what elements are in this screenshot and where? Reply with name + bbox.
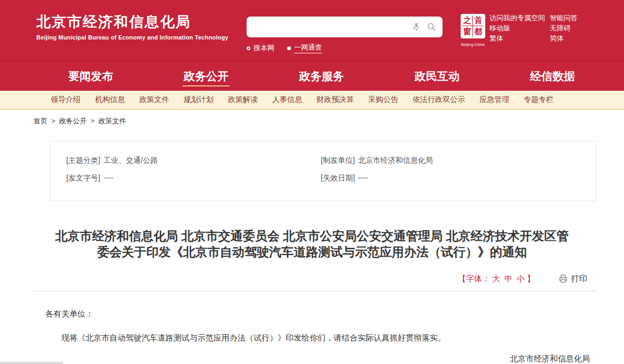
capital-window-caption: Beijing-China: [461, 43, 485, 46]
link-my-space[interactable]: 访问我的专属空间: [489, 14, 550, 21]
font-tool-prefix: 【字体：: [458, 274, 490, 284]
search-scope-row: 搜本网 一网通查: [247, 43, 322, 53]
meta-value: 工业、交通/公路: [104, 156, 158, 164]
meta-issuing-unit: [制发单位]北京市经济和信息化局: [321, 155, 596, 166]
meta-label: [制发单位]: [321, 156, 355, 164]
brand: 北京市经济和信息化局 Beijing Municipal Bureau of E…: [36, 13, 228, 41]
link-smart-qa[interactable]: 智能问答: [550, 14, 578, 21]
page: 北京市经济和信息化局 Beijing Municipal Bureau of E…: [0, 0, 624, 364]
meta-label: [主题分类]: [66, 156, 100, 164]
meta-value: ----: [104, 173, 114, 182]
site-header: 北京市经济和信息化局 Beijing Municipal Bureau of E…: [0, 0, 624, 61]
bottom-edge-fragment: [0, 362, 63, 364]
scope-label: 搜本网: [254, 43, 274, 53]
font-size-tool: 【字体： 大 中 小 】: [458, 274, 535, 284]
font-size-medium-button[interactable]: 中: [504, 274, 512, 284]
nav-item-gov-disclosure[interactable]: 政务公开: [148, 61, 264, 91]
subnav-item-dual-disclosure[interactable]: 依法行政双公示: [413, 95, 465, 105]
nav-item-public-interaction[interactable]: 政民互动: [380, 61, 495, 91]
meta-document-number: [发文字号]----: [66, 172, 321, 184]
article-paragraph: 现将《北京市自动驾驶汽车道路测试与示范应用办法（试行）》印发给你们，请结合实际认…: [45, 331, 590, 344]
sub-nav: 领导介绍 机构信息 政策文件 规划计划 政策解读 人事信息 财政预决算 采购公告…: [0, 91, 624, 110]
subnav-item-procurement[interactable]: 采购公告: [368, 95, 398, 105]
breadcrumb-separator: >: [51, 117, 56, 125]
article-tools: 【字体： 大 中 小 】 打印: [458, 273, 587, 284]
breadcrumb-current: 政策文件: [98, 117, 126, 125]
main-nav: 要闻发布 政务公开 政务服务 政民互动 经信数据: [0, 61, 624, 91]
seal-char: 首: [473, 15, 484, 26]
meta-topic-category: [主题分类]工业、交通/公路: [66, 155, 321, 166]
utility-links-col2: 智能问答 无障碍 简体: [550, 14, 578, 42]
link-accessibility[interactable]: 无障碍: [550, 25, 578, 31]
link-mobile-version[interactable]: 移动版: [489, 25, 550, 31]
nav-item-data[interactable]: 经信数据: [495, 61, 610, 91]
meta-value: 北京市经济和信息化局: [358, 156, 433, 164]
radio-icon: [287, 46, 291, 50]
font-size-small-button[interactable]: 小: [517, 274, 525, 284]
link-simplified-chinese[interactable]: 简体: [550, 35, 578, 42]
article-salutation: 各有关单位：: [45, 309, 93, 319]
seal-char: 都: [473, 26, 484, 37]
subnav-item-plans[interactable]: 规划计划: [184, 95, 214, 105]
search-icon[interactable]: [426, 22, 436, 31]
search-box: [247, 17, 443, 37]
meta-label: [失效日期]: [321, 173, 355, 182]
scope-label: 一网通查: [294, 43, 322, 53]
breadcrumb: 首页>政务公开>政策文件: [34, 116, 126, 126]
subnav-item-special-columns[interactable]: 专题专栏: [524, 95, 554, 105]
subnav-item-leadership[interactable]: 领导介绍: [51, 95, 81, 105]
subnav-item-org-info[interactable]: 机构信息: [95, 95, 125, 105]
nav-item-news[interactable]: 要闻发布: [33, 61, 148, 91]
brand-subtitle: Beijing Municipal Bureau of Economy and …: [36, 34, 228, 41]
capital-window-seal: 之首窗都: [461, 14, 485, 38]
utility-links: 访问我的专属空间 移动版 繁体 智能问答 无障碍 简体: [489, 14, 578, 42]
meta-expiry-date: [失效日期]----: [321, 172, 596, 184]
nav-item-gov-services[interactable]: 政务服务: [264, 61, 379, 91]
print-button[interactable]: 打印: [558, 274, 587, 284]
font-size-large-button[interactable]: 大: [492, 274, 500, 284]
article-title: 北京市经济和信息化局 北京市交通委员会 北京市公安局公安交通管理局 北京经济技术…: [52, 228, 572, 260]
meta-value: ----: [358, 173, 368, 182]
subnav-item-personnel[interactable]: 人事信息: [272, 95, 302, 105]
seal-char: 窗: [462, 26, 473, 37]
microphone-icon[interactable]: [412, 22, 421, 31]
subnav-item-policy-documents[interactable]: 政策文件: [139, 95, 169, 105]
breadcrumb-gov-disclosure[interactable]: 政务公开: [59, 117, 87, 125]
subnav-item-emergency[interactable]: 应急管理: [479, 95, 509, 105]
seal-char: 之: [462, 15, 473, 26]
print-label: 打印: [571, 274, 587, 284]
content-divider: [34, 291, 596, 291]
breadcrumb-home[interactable]: 首页: [34, 117, 48, 125]
radio-icon: [247, 46, 250, 50]
document-meta-box: [主题分类]工业、交通/公路 [制发单位]北京市经济和信息化局 [发文字号]--…: [50, 141, 596, 201]
breadcrumb-separator: >: [91, 117, 95, 125]
subnav-item-policy-interpretation[interactable]: 政策解读: [228, 95, 258, 105]
subnav-item-budget[interactable]: 财政预决算: [317, 95, 354, 105]
search-scope-yiwangtongcha[interactable]: 一网通查: [287, 43, 322, 53]
link-traditional-chinese[interactable]: 繁体: [489, 35, 550, 42]
brand-title: 北京市经济和信息化局: [36, 13, 228, 31]
meta-label: [发文字号]: [66, 173, 100, 182]
search-scope-site[interactable]: 搜本网: [247, 43, 274, 53]
printer-icon: [558, 274, 568, 283]
font-tool-suffix: 】: [527, 274, 535, 284]
article-signature: 北京市经济和信息化局: [510, 354, 590, 364]
search-input[interactable]: [253, 17, 402, 37]
utility-links-col1: 访问我的专属空间 移动版 繁体: [489, 14, 550, 42]
capital-window-logo[interactable]: 之首窗都 Beijing-China: [459, 14, 487, 48]
